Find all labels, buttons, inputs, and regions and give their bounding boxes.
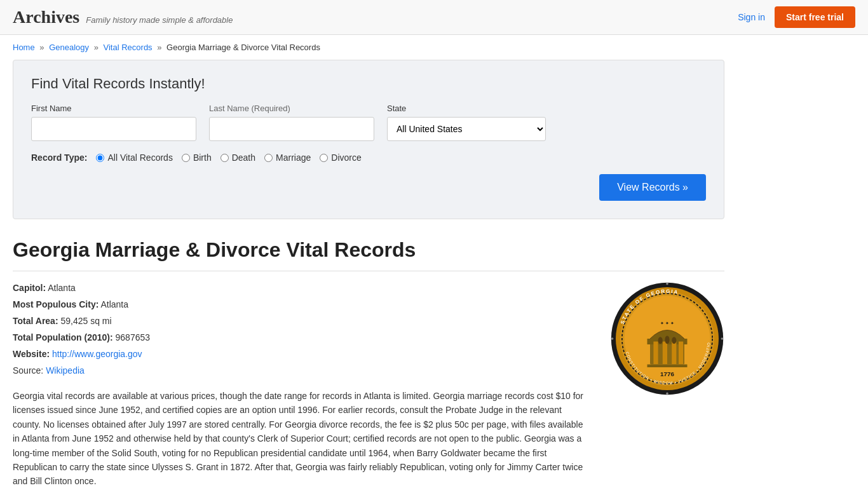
svg-point-12 <box>658 337 663 344</box>
svg-point-19 <box>666 283 668 285</box>
breadcrumb-home[interactable]: Home <box>13 43 35 52</box>
description-text: Georgia vital records are available at v… <box>13 389 591 488</box>
breadcrumb-sep-2: » <box>94 43 98 52</box>
capitol-value: Atlanta <box>48 283 76 293</box>
site-tagline: Family history made simple & affordable <box>86 15 233 25</box>
view-records-button[interactable]: View Records » <box>599 174 706 201</box>
description: Georgia vital records are available at v… <box>13 389 591 488</box>
capitol-row: Capitol: Atlanta <box>13 281 591 295</box>
breadcrumb-vital-records[interactable]: Vital Records <box>104 43 153 52</box>
logo-area: Archives Family history made simple & af… <box>13 7 233 27</box>
last-name-label: Last Name (Required) <box>209 104 374 113</box>
record-type-marriage[interactable]: Marriage <box>264 152 311 163</box>
area-label: Total Area: <box>13 316 58 326</box>
record-type-divorce-radio[interactable] <box>320 154 328 162</box>
start-trial-button[interactable]: Start free trial <box>775 6 855 28</box>
svg-rect-10 <box>679 342 683 365</box>
site-logo: Archives <box>13 7 79 27</box>
state-info-text: Capitol: Atlanta Most Populous City: Atl… <box>13 281 591 488</box>
record-type-all-label: All Vital Records <box>107 152 172 163</box>
populous-label: Most Populous City: <box>13 299 98 309</box>
search-fields: First Name Last Name (Required) State Al… <box>31 104 706 141</box>
svg-rect-7 <box>653 342 658 365</box>
record-type-divorce[interactable]: Divorce <box>320 152 361 163</box>
svg-text:✦ ✦ ✦: ✦ ✦ ✦ <box>660 320 674 326</box>
website-link[interactable]: http://www.georgia.gov <box>52 349 142 359</box>
svg-point-21 <box>611 337 614 340</box>
website-row: Website: http://www.georgia.gov <box>13 348 591 361</box>
record-type-all[interactable]: All Vital Records <box>96 152 172 163</box>
record-type-all-radio[interactable] <box>96 154 104 162</box>
record-type-birth[interactable]: Birth <box>182 152 212 163</box>
population-row: Total Population (2010): 9687653 <box>13 331 591 344</box>
breadcrumb-genealogy[interactable]: Genealogy <box>49 43 89 52</box>
population-value: 9687653 <box>116 332 151 342</box>
breadcrumb-sep-1: » <box>39 43 44 52</box>
record-type-death-label: Death <box>232 152 255 163</box>
populous-value: Atlanta <box>100 299 128 309</box>
svg-rect-15 <box>648 365 688 368</box>
source-link[interactable]: Wikipedia <box>46 365 85 376</box>
sign-in-link[interactable]: Sign in <box>738 12 765 22</box>
capitol-label: Capitol: <box>13 283 46 293</box>
area-value: 59,425 sq mi <box>60 316 111 326</box>
state-field-group: State All United States Alabama Alaska A… <box>387 104 546 141</box>
record-type-marriage-label: Marriage <box>276 152 311 163</box>
main-content: Find Vital Records Instantly! First Name… <box>0 60 737 488</box>
last-name-input[interactable] <box>209 117 374 141</box>
area-row: Total Area: 59,425 sq mi <box>13 315 591 328</box>
svg-rect-9 <box>672 342 676 365</box>
first-name-label: First Name <box>31 104 196 113</box>
svg-point-22 <box>721 337 724 340</box>
search-title: Find Vital Records Instantly! <box>31 76 706 92</box>
svg-point-14 <box>672 337 676 344</box>
state-seal: ✦ ✦ ✦ 1776 STATE OF GEORGIA CONSTITUTION <box>610 281 724 396</box>
svg-rect-8 <box>663 342 667 365</box>
record-type-label: Record Type: <box>31 152 87 163</box>
source-label: Source: <box>13 365 43 376</box>
record-type-row: Record Type: All Vital Records Birth Dea… <box>31 152 706 163</box>
source-row: Source: Wikipedia <box>13 364 591 377</box>
first-name-field-group: First Name <box>31 104 196 141</box>
breadcrumb: Home » Genealogy » Vital Records » Georg… <box>0 35 868 60</box>
state-select[interactable]: All United States Alabama Alaska Arizona… <box>387 117 546 141</box>
site-header: Archives Family history made simple & af… <box>0 0 868 35</box>
record-type-birth-radio[interactable] <box>182 154 190 162</box>
svg-point-20 <box>666 393 668 395</box>
last-name-field-group: Last Name (Required) <box>209 104 374 141</box>
record-type-marriage-radio[interactable] <box>264 154 273 162</box>
state-info-section: Capitol: Atlanta Most Populous City: Atl… <box>13 281 724 488</box>
website-label: Website: <box>13 349 50 359</box>
svg-point-13 <box>665 336 669 344</box>
first-name-input[interactable] <box>31 117 196 141</box>
record-type-death[interactable]: Death <box>220 152 255 163</box>
search-panel: Find Vital Records Instantly! First Name… <box>13 60 724 219</box>
search-actions: View Records » <box>31 174 706 201</box>
record-type-divorce-label: Divorce <box>331 152 361 163</box>
record-type-birth-label: Birth <box>193 152 212 163</box>
page-title: Georgia Marriage & Divorce Vital Records <box>13 238 724 271</box>
svg-text:1776: 1776 <box>660 370 674 377</box>
populous-row: Most Populous City: Atlanta <box>13 298 591 311</box>
population-label: Total Population (2010): <box>13 332 113 342</box>
breadcrumb-sep-3: » <box>157 43 161 52</box>
breadcrumb-current: Georgia Marriage & Divorce Vital Records <box>166 43 320 52</box>
record-type-death-radio[interactable] <box>220 154 229 162</box>
state-label: State <box>387 104 546 113</box>
header-actions: Sign in Start free trial <box>738 6 855 28</box>
